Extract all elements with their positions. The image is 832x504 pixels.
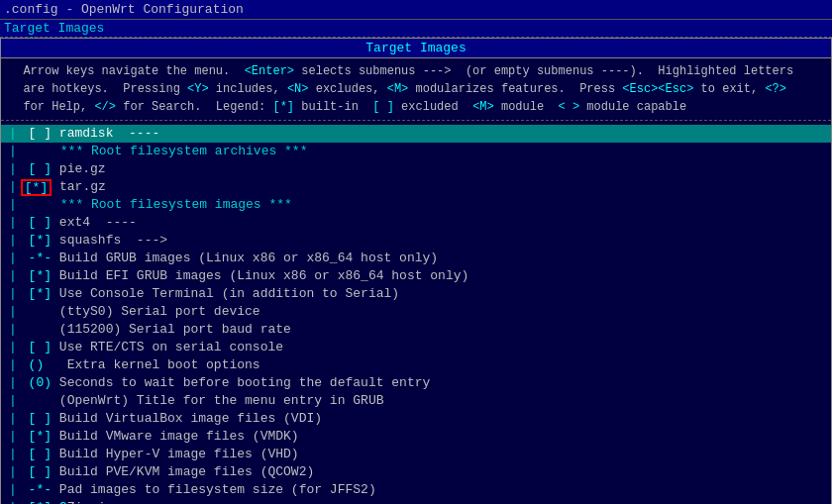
item-label: Build PVE/KVM image files (QCOW2) (59, 463, 314, 481)
bracket: [*] (21, 232, 59, 250)
bracket: [ ] (21, 214, 59, 232)
pipe-icon: | (9, 410, 17, 428)
menu-item-ramdisk[interactable]: | [ ] ramdisk ---- (1, 125, 831, 143)
pipe-icon: | (9, 446, 17, 463)
item-label: (ttyS0) Serial port device (59, 303, 260, 321)
item-label: ext4 ---- (59, 214, 137, 232)
pipe-icon: | (9, 143, 17, 160)
bracket-redbox: [*] (21, 179, 52, 196)
pipe-icon: | (9, 285, 17, 303)
bracket: [*] (21, 285, 59, 303)
menu-item-console[interactable]: | [*] Use Console Terminal (in addition … (1, 285, 831, 303)
item-label: pie.gz (59, 160, 106, 178)
bracket: [*] (21, 267, 59, 285)
help-line1: Arrow keys navigate the menu. <Enter> se… (9, 62, 823, 80)
pipe-icon: | (9, 214, 17, 232)
title-text: .config - OpenWrt Configuration (4, 2, 244, 17)
bracket (21, 321, 59, 339)
item-label: (OpenWrt) Title for the menu entry in GR… (59, 392, 384, 410)
content-area: | [ ] ramdisk ---- | *** Root filesystem… (1, 121, 831, 504)
menu-item-vdi[interactable]: | [ ] Build VirtualBox image files (VDI) (1, 410, 831, 428)
bracket: -*- (21, 250, 59, 267)
item-label: Build GRUB images (Linux x86 or x86_64 h… (59, 250, 438, 267)
menu-item-grub[interactable]: | -*- Build GRUB images (Linux x86 or x8… (1, 250, 831, 267)
item-label: GZip images (59, 499, 145, 504)
menu-item-baud[interactable]: | (115200) Serial port baud rate (1, 321, 831, 339)
pipe-icon: | (9, 178, 17, 196)
pipe-icon: | (9, 232, 17, 250)
item-label: (115200) Serial port baud rate (59, 321, 291, 339)
bracket-val: [ ] (21, 125, 59, 143)
bracket: [ ] (21, 410, 59, 428)
pipe-icon: | (9, 339, 17, 356)
item-label: squashfs ---> (59, 232, 167, 250)
menu-item-vmdk[interactable]: | [*] Build VMware image files (VMDK) (1, 428, 831, 446)
pipe-icon: | (9, 321, 17, 339)
bracket: [ ] (21, 339, 59, 356)
menu-item-wait[interactable]: | (0) Seconds to wait before booting the… (1, 374, 831, 392)
section-label: *** Root filesystem images *** (60, 196, 292, 214)
menu-item-gzip[interactable]: | [*] GZip images (1, 499, 831, 504)
item-label: Seconds to wait before booting the defau… (59, 374, 430, 392)
item-label: Pad images to filesystem size (for JFFS2… (59, 481, 376, 499)
bracket: [*] (21, 499, 59, 504)
pipe-icon: | (9, 267, 17, 285)
main-window: Target Images Arrow keys navigate the me… (0, 38, 832, 504)
pipe-icon: | (9, 356, 17, 374)
pipe-icon: | (9, 303, 17, 321)
menu-item-qcow2[interactable]: | [ ] Build PVE/KVM image files (QCOW2) (1, 463, 831, 481)
pipe-icon: | (9, 392, 17, 410)
menu-item-efi-grub[interactable]: | [*] Build EFI GRUB images (Linux x86 o… (1, 267, 831, 285)
section-header-images: | *** Root filesystem images *** (1, 196, 831, 214)
pipe-icon: | (9, 463, 17, 481)
section-header-archives: | *** Root filesystem archives *** (1, 143, 831, 160)
menu-item-targz[interactable]: | [*] tar.gz (1, 178, 831, 196)
item-label: ramdisk ---- (59, 125, 159, 143)
bracket: [ ] (21, 446, 59, 463)
item-label: Use RTE/CTS on serial console (59, 339, 283, 356)
bracket (21, 392, 59, 410)
help-line3: for Help, </> for Search. Legend: [*] bu… (9, 98, 823, 116)
pipe-icon: | (9, 374, 17, 392)
bracket: () (21, 356, 59, 374)
menu-item-serial-device[interactable]: | (ttyS0) Serial port device (1, 303, 831, 321)
title-bar: .config - OpenWrt Configuration (0, 0, 832, 20)
pipe-icon: | (9, 196, 17, 214)
item-label: tar.gz (52, 178, 106, 196)
help-line2: are hotkeys. Pressing <Y> includes, <N> … (9, 80, 823, 98)
item-label: Build Hyper-V image files (VHD) (59, 446, 299, 463)
menu-item-ext4[interactable]: | [ ] ext4 ---- (1, 214, 831, 232)
section-label: *** Root filesystem archives *** (60, 143, 308, 160)
nav-text: Target Images (4, 21, 104, 36)
bracket: [ ] (21, 463, 59, 481)
menu-item-rtects[interactable]: | [ ] Use RTE/CTS on serial console (1, 339, 831, 356)
bracket: [ ] (21, 160, 59, 178)
item-label: Build VirtualBox image files (VDI) (59, 410, 322, 428)
pipe-icon: | (9, 481, 17, 499)
menu-item-piegz[interactable]: | [ ] pie.gz (1, 160, 831, 178)
item-label: Extra kernel boot options (59, 356, 260, 374)
nav-bar: Target Images (0, 20, 832, 38)
window-title: Target Images (1, 39, 831, 58)
pipe-icon: | (9, 428, 17, 446)
bracket: [*] (21, 428, 59, 446)
bracket (21, 303, 59, 321)
item-label: Build EFI GRUB images (Linux x86 or x86_… (59, 267, 468, 285)
item-label: Use Console Terminal (in addition to Ser… (59, 285, 399, 303)
app: .config - OpenWrt Configuration Target I… (0, 0, 832, 504)
bracket: (0) (21, 374, 59, 392)
pipe-icon: | (9, 250, 17, 267)
menu-item-vhd[interactable]: | [ ] Build Hyper-V image files (VHD) (1, 446, 831, 463)
menu-item-squashfs[interactable]: | [*] squashfs ---> (1, 232, 831, 250)
menu-item-pad[interactable]: | -*- Pad images to filesystem size (for… (1, 481, 831, 499)
item-label: Build VMware image files (VMDK) (59, 428, 299, 446)
bracket: -*- (21, 481, 59, 499)
help-text: Arrow keys navigate the menu. <Enter> se… (1, 58, 831, 121)
pipe-icon: | (9, 125, 17, 143)
menu-item-kernel-opts[interactable]: | () Extra kernel boot options (1, 356, 831, 374)
pipe-icon: | (9, 160, 17, 178)
pipe-icon: | (9, 499, 17, 504)
menu-item-grub-title[interactable]: | (OpenWrt) Title for the menu entry in … (1, 392, 831, 410)
